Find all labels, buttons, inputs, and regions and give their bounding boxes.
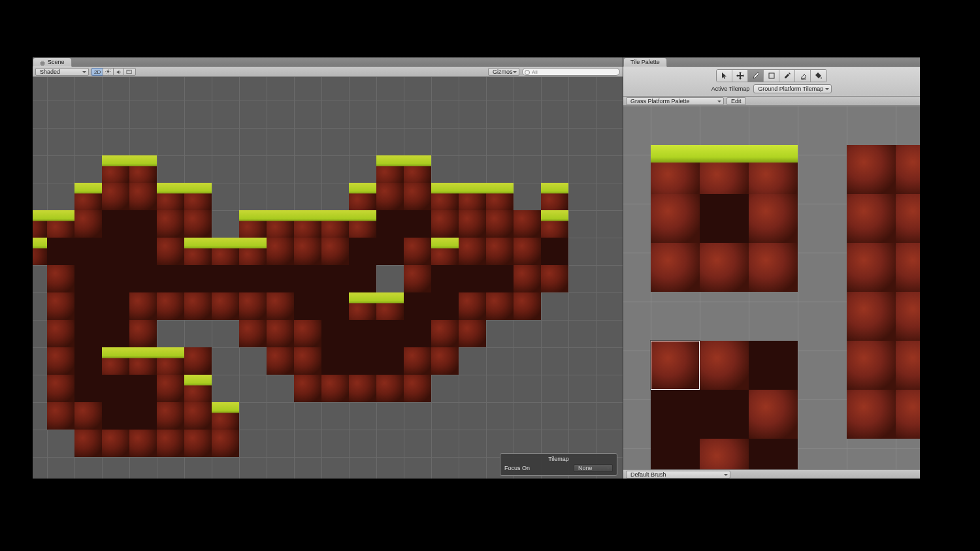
tile — [404, 347, 431, 375]
tile — [321, 210, 349, 238]
tile — [486, 238, 514, 265]
tile — [514, 210, 541, 238]
palette-tile[interactable] — [749, 439, 798, 469]
tile — [157, 210, 184, 238]
palette-tile[interactable] — [896, 341, 920, 390]
tile — [376, 210, 404, 238]
tile — [102, 155, 129, 183]
tile — [157, 430, 184, 457]
tile — [239, 292, 267, 320]
palette-tile[interactable] — [700, 390, 749, 439]
palette-tile[interactable] — [847, 390, 896, 439]
tile — [459, 210, 486, 238]
gizmos-dropdown[interactable]: Gizmos — [488, 68, 519, 76]
tool-brush-button[interactable] — [748, 70, 764, 82]
palette-tile[interactable] — [749, 194, 798, 243]
palette-tile[interactable] — [700, 145, 749, 194]
shading-mode-dropdown[interactable]: Shaded — [35, 68, 89, 76]
tile — [129, 210, 157, 238]
tile — [459, 265, 486, 292]
2d-toggle-button[interactable]: 2D — [91, 68, 103, 76]
palette-tile[interactable] — [896, 292, 920, 341]
active-tilemap-label: Active Tilemap — [711, 86, 750, 92]
tile — [129, 430, 157, 457]
palette-tile[interactable] — [700, 341, 749, 390]
scene-viewport[interactable]: Tilemap Focus On None — [33, 77, 623, 479]
palette-tile[interactable] — [847, 145, 896, 194]
palette-tile[interactable] — [651, 194, 700, 243]
palette-tile[interactable] — [749, 243, 798, 292]
palette-tile[interactable] — [847, 243, 896, 292]
tool-picker-button[interactable] — [779, 70, 795, 82]
brush-dropdown[interactable]: Default Brush — [626, 471, 730, 479]
tile — [212, 430, 239, 457]
palette-tile[interactable] — [896, 243, 920, 292]
tile — [129, 402, 157, 430]
scene-tab[interactable]: Scene — [33, 57, 72, 67]
palette-tile[interactable] — [700, 439, 749, 469]
palette-tile[interactable] — [651, 243, 700, 292]
palette-tile[interactable] — [847, 292, 896, 341]
tile — [184, 375, 212, 402]
tile — [129, 238, 157, 265]
tile — [74, 292, 102, 320]
palette-subbar: Grass Platform Palette Edit — [623, 97, 920, 106]
palette-tile[interactable] — [749, 390, 798, 439]
scene-toolbar: Shaded 2D Gizmos All — [33, 67, 623, 77]
focus-on-label: Focus On — [504, 465, 530, 471]
palette-edit-button[interactable]: Edit — [727, 97, 746, 105]
palette-tab[interactable]: Tile Palette — [623, 57, 667, 67]
tile — [376, 375, 404, 402]
palette-tile[interactable] — [847, 341, 896, 390]
tile — [33, 238, 47, 265]
focus-on-dropdown[interactable]: None — [574, 464, 613, 472]
svg-rect-1 — [127, 70, 131, 74]
tile — [47, 375, 74, 402]
tile — [267, 292, 294, 320]
tile — [47, 292, 74, 320]
tool-fill-button[interactable] — [811, 70, 826, 82]
tile — [74, 347, 102, 375]
tool-eraser-button[interactable] — [795, 70, 811, 82]
palette-tile[interactable] — [651, 439, 700, 469]
palette-viewport[interactable] — [623, 106, 920, 469]
scene-view-toggles: 2D — [91, 68, 136, 76]
tile — [431, 210, 459, 238]
palette-tile[interactable] — [651, 145, 700, 194]
lighting-toggle-button[interactable] — [103, 68, 113, 76]
tile — [459, 320, 486, 347]
palette-tile[interactable] — [896, 194, 920, 243]
tile — [541, 210, 568, 238]
tile — [47, 402, 74, 430]
palette-tile[interactable] — [896, 145, 920, 194]
scene-search-input[interactable]: All — [522, 68, 620, 76]
tile — [404, 375, 431, 402]
tile — [239, 265, 267, 292]
tile — [102, 375, 129, 402]
palette-tile[interactable] — [749, 341, 798, 390]
tile — [294, 210, 321, 238]
active-tilemap-row: Active Tilemap Ground Platform Tilemap — [711, 84, 832, 93]
palette-tile[interactable] — [847, 194, 896, 243]
palette-tile[interactable] — [749, 145, 798, 194]
tile — [321, 292, 349, 320]
palette-tile[interactable] — [896, 390, 920, 439]
palette-tile[interactable] — [700, 194, 749, 243]
tile — [349, 347, 376, 375]
active-tilemap-dropdown[interactable]: Ground Platform Tilemap — [753, 84, 832, 93]
palette-tile[interactable] — [700, 243, 749, 292]
tile — [129, 320, 157, 347]
tool-move-button[interactable] — [732, 70, 748, 82]
audio-toggle-button[interactable] — [113, 68, 123, 76]
tool-select-button[interactable] — [717, 70, 732, 82]
tile — [349, 375, 376, 402]
tile — [129, 155, 157, 183]
tool-box-button[interactable] — [764, 70, 779, 82]
palette-name-dropdown[interactable]: Grass Platform Palette — [626, 97, 724, 105]
tile — [321, 320, 349, 347]
fx-dropdown-button[interactable] — [123, 68, 136, 76]
tile — [376, 183, 404, 210]
palette-selection-box — [651, 341, 700, 390]
tile — [157, 402, 184, 430]
palette-tile[interactable] — [651, 390, 700, 439]
